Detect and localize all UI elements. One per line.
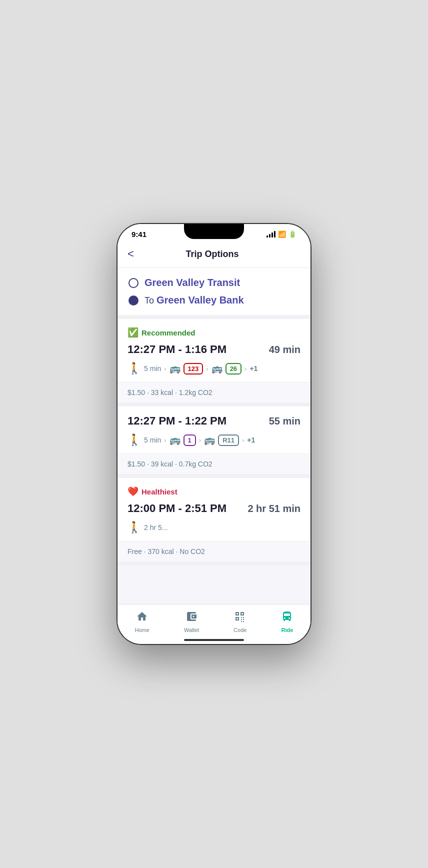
walk-time-1: 5 min: [144, 364, 161, 372]
trips-container: ✅ Recommended 12:27 PM - 1:16 PM 49 min …: [118, 319, 310, 622]
bus-icon-2a: 🚌: [170, 434, 180, 446]
notch: [184, 224, 244, 239]
route-dest: To Green Valley Bank: [128, 294, 300, 306]
back-button[interactable]: <: [128, 248, 134, 260]
nav-label-wallet: Wallet: [184, 627, 199, 633]
trip-time-3: 12:00 PM - 2:51 PM: [128, 502, 226, 515]
trip-time-row-1: 12:27 PM - 1:16 PM 49 min: [128, 343, 300, 356]
trip-cost-2: $1.50 · 39 kcal · 0.7kg CO2: [118, 454, 310, 474]
walk-time-2: 5 min: [144, 436, 161, 444]
arrow-1a: ›: [164, 365, 166, 372]
divider-3: [118, 562, 310, 566]
walk-icon-3: 🚶: [128, 521, 141, 534]
walk-time-3: 2 hr 5...: [144, 524, 168, 532]
phone-frame: 9:41 📶 🔋 < Trip Options Green Valley Tra…: [116, 223, 312, 645]
home-indicator: [184, 639, 244, 641]
signal-bars-icon: [266, 232, 276, 238]
nav-label-code: Code: [234, 627, 246, 633]
status-bar: 9:41 📶 🔋: [118, 224, 310, 240]
battery-icon: 🔋: [288, 230, 296, 238]
home-icon: [136, 610, 148, 626]
nav-label-ride: Ride: [282, 627, 294, 633]
route-badge-123: 123: [184, 363, 204, 374]
nav-item-ride[interactable]: Ride: [275, 608, 299, 636]
trip-time-1: 12:27 PM - 1:16 PM: [128, 343, 226, 356]
dest-name: Green Valley Bank: [156, 294, 244, 306]
arrow-1b: ›: [206, 365, 208, 372]
divider-1: [118, 402, 310, 406]
trip-cost-1: $1.50 · 33 kcal · 1.2kg CO2: [118, 382, 310, 402]
origin-name: Green Valley Transit: [144, 277, 240, 288]
route-origin: Green Valley Transit: [128, 277, 300, 288]
divider-2: [118, 474, 310, 478]
walk-icon-1: 🚶: [128, 362, 141, 375]
ride-icon: [281, 610, 293, 626]
route-badge-r11: R11: [218, 434, 239, 446]
status-time: 9:41: [132, 230, 146, 238]
header: < Trip Options: [118, 240, 310, 268]
nav-item-code[interactable]: Code: [228, 608, 252, 636]
arrow-2c: ›: [242, 436, 244, 444]
trip-card-2[interactable]: 12:27 PM - 1:22 PM 55 min 🚶 5 min › 🚌 1 …: [118, 406, 310, 474]
page-title: Trip Options: [139, 249, 286, 260]
check-badge-icon: ✅: [128, 327, 138, 338]
trip-duration-1: 49 min: [269, 344, 300, 356]
trip-route-row-2: 🚶 5 min › 🚌 1 › 🚌 R11 › +1: [128, 434, 300, 446]
route-info: Green Valley Transit To Green Valley Ban…: [118, 268, 310, 319]
route-badge-26: 26: [226, 363, 242, 374]
bus-icon-1a: 🚌: [170, 363, 180, 374]
trip-time-row-3: 12:00 PM - 2:51 PM 2 hr 51 min: [128, 502, 300, 515]
healthiest-label: Healthiest: [142, 488, 178, 496]
status-icons: 📶 🔋: [266, 230, 296, 238]
trip-duration-3: 2 hr 51 min: [248, 503, 300, 514]
recommended-label: Recommended: [142, 328, 196, 337]
bus-icon-2b: 🚌: [204, 434, 215, 446]
trip-route-row-1: 🚶 5 min › 🚌 123 › 🚌 26 › +1: [128, 362, 300, 375]
arrow-2b: ›: [199, 436, 201, 444]
recommended-badge: ✅ Recommended: [128, 327, 300, 338]
arrow-1c: ›: [244, 365, 246, 372]
dest-dot-icon: [128, 296, 138, 306]
trip-card-healthiest[interactable]: ❤️ Healthiest 12:00 PM - 2:51 PM 2 hr 51…: [118, 478, 310, 562]
trip-main-2: 12:27 PM - 1:22 PM 55 min 🚶 5 min › 🚌 1 …: [118, 406, 310, 454]
trip-duration-2: 55 min: [269, 416, 300, 427]
nav-item-wallet[interactable]: Wallet: [178, 608, 205, 636]
nav-label-home: Home: [135, 627, 150, 633]
wallet-icon: [186, 610, 198, 626]
healthiest-badge: ❤️ Healthiest: [128, 486, 300, 497]
trip-time-2: 12:27 PM - 1:22 PM: [128, 414, 226, 428]
trip-cost-3: Free · 370 kcal · No CO2: [118, 541, 310, 562]
walk-icon-2: 🚶: [128, 434, 141, 446]
origin-dot-icon: [128, 278, 138, 288]
wifi-icon: 📶: [278, 230, 286, 238]
trip-main-1: ✅ Recommended 12:27 PM - 1:16 PM 49 min …: [118, 319, 310, 382]
trip-time-row-2: 12:27 PM - 1:22 PM 55 min: [128, 414, 300, 428]
code-icon: [234, 610, 246, 626]
bottom-nav: Home Wallet Code Ride: [118, 604, 310, 644]
trip-main-3: ❤️ Healthiest 12:00 PM - 2:51 PM 2 hr 51…: [118, 478, 310, 541]
plus-more-1: +1: [250, 364, 258, 372]
route-badge-1: 1: [184, 434, 196, 446]
arrow-2a: ›: [164, 436, 166, 444]
plus-more-2: +1: [247, 436, 255, 444]
dest-prefix: To: [144, 296, 156, 306]
bus-icon-1b: 🚌: [212, 363, 222, 374]
nav-item-home[interactable]: Home: [129, 608, 156, 636]
trip-route-row-3: 🚶 2 hr 5...: [128, 521, 300, 534]
trip-card-recommended[interactable]: ✅ Recommended 12:27 PM - 1:16 PM 49 min …: [118, 319, 310, 402]
heart-badge-icon: ❤️: [128, 486, 138, 497]
